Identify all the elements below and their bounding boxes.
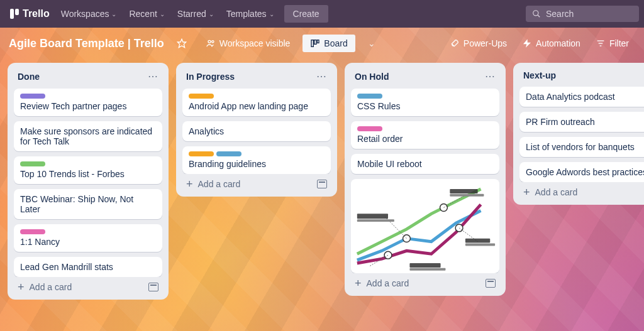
list-menu-button[interactable]: ⋯ (316, 70, 327, 82)
card[interactable]: CSS Rules (351, 89, 499, 116)
label[interactable] (20, 161, 45, 166)
list-menu-button[interactable]: ⋯ (148, 70, 158, 82)
card[interactable]: Top 10 Trends list - Forbes (14, 156, 162, 184)
label[interactable] (357, 126, 382, 131)
list-header: In Progress⋯ (182, 69, 331, 89)
add-card-label: Add a card (198, 179, 241, 189)
card[interactable]: Make sure sponsors are indicated for Tec… (14, 121, 162, 151)
card[interactable]: 1:1 Nancy (14, 224, 162, 252)
svg-rect-22 (357, 219, 394, 222)
svg-point-4 (211, 41, 213, 43)
template-icon[interactable] (148, 283, 158, 291)
view-switcher[interactable]: ⌄ (362, 35, 382, 52)
plus-icon: + (355, 279, 362, 288)
card[interactable]: PR Firm outreach (519, 112, 644, 132)
nav-workspaces[interactable]: Workspaces⌄ (55, 5, 123, 23)
cards-container: Data Analytics podcastPR Firm outreachLi… (519, 87, 644, 182)
card[interactable]: Android App new landing page (182, 89, 331, 116)
card-title: Lead Gen Mandrill stats (20, 262, 156, 272)
svg-point-3 (208, 40, 211, 43)
search-icon (532, 9, 541, 18)
logo[interactable]: Trello (5, 8, 55, 19)
card[interactable]: TBC Webinar: Ship Now, Not Later (14, 189, 162, 219)
card[interactable]: Mobile UI reboot (351, 154, 499, 174)
label[interactable] (20, 94, 45, 99)
svg-rect-26 (465, 244, 495, 246)
svg-marker-2 (177, 39, 186, 47)
list-header: On Hold⋯ (351, 69, 499, 89)
board-title[interactable]: Agile Board Template | Trello (9, 37, 164, 50)
rocket-icon (450, 38, 460, 48)
list-title[interactable]: Done (18, 72, 40, 82)
card-title: Android App new landing page (189, 101, 325, 111)
app-name: Trello (23, 8, 50, 19)
card-title: List of vendors for banquets (526, 142, 644, 152)
board-lists: Done⋯Review Tech partner pagesMake sure … (0, 59, 644, 331)
card[interactable]: Analytics (182, 121, 331, 141)
card[interactable]: Branding guidelines (182, 146, 331, 174)
star-button[interactable] (170, 35, 193, 52)
add-card-button[interactable]: +Add a card (519, 182, 644, 198)
board-view-button[interactable]: Board (303, 35, 355, 52)
add-card-button[interactable]: +Add a card (351, 273, 499, 290)
cards-container: Android App new landing pageAnalyticsBra… (182, 89, 331, 174)
card-title: Analytics (189, 126, 325, 136)
card[interactable]: List of vendors for banquets (519, 137, 644, 157)
template-icon[interactable] (486, 279, 496, 288)
card-labels (357, 94, 493, 99)
card-title: 1:1 Nancy (20, 237, 156, 247)
board-header: Agile Board Template | Trello Workspace … (0, 28, 644, 59)
card[interactable]: Retail order (351, 121, 499, 149)
card[interactable]: Review Tech partner pages (14, 89, 162, 116)
svg-line-1 (538, 15, 540, 18)
template-icon[interactable] (317, 180, 327, 188)
card[interactable]: Lead Gen Mandrill stats (14, 257, 162, 277)
list-title[interactable]: Next-up (523, 70, 556, 80)
plus-icon: + (18, 283, 25, 291)
card-title: CSS Rules (357, 101, 493, 111)
plus-icon: + (523, 188, 530, 197)
add-card-button[interactable]: +Add a card (182, 174, 331, 190)
label[interactable] (20, 229, 45, 234)
board-icon (310, 38, 320, 48)
automation-button[interactable]: Automation (516, 35, 587, 52)
label[interactable] (189, 94, 214, 99)
nav-recent[interactable]: Recent⌄ (123, 5, 170, 23)
visibility-button[interactable]: Workspace visible (199, 35, 297, 52)
card-title: Branding guidelines (189, 159, 325, 169)
create-button[interactable]: Create (284, 5, 328, 23)
search-input[interactable]: Search (526, 6, 639, 22)
powerups-button[interactable]: Power-Ups (443, 35, 513, 52)
card-labels (20, 161, 156, 166)
card-with-cover[interactable] (351, 179, 499, 273)
list-title[interactable]: On Hold (355, 72, 389, 82)
label[interactable] (357, 94, 382, 99)
svg-rect-27 (409, 263, 440, 268)
label[interactable] (189, 151, 214, 156)
label[interactable] (216, 151, 242, 156)
svg-rect-28 (409, 268, 445, 271)
nav-starred[interactable]: Starred⌄ (171, 5, 220, 23)
chart-cover-image (351, 179, 499, 273)
card[interactable]: Data Analytics podcast (519, 87, 644, 107)
card-title: Mobile UI reboot (357, 159, 493, 169)
list: On Hold⋯CSS RulesRetail orderMobile UI r… (345, 63, 506, 296)
svg-point-0 (533, 11, 538, 16)
nav-templates[interactable]: Templates⌄ (220, 5, 280, 23)
list: In Progress⋯Android App new landing page… (176, 63, 337, 197)
card-title: Review Tech partner pages (20, 101, 156, 111)
people-icon (206, 38, 216, 48)
list-title[interactable]: In Progress (186, 72, 235, 82)
list-header: Done⋯ (14, 69, 162, 89)
card-title: Top 10 Trends list - Forbes (20, 169, 156, 179)
card-labels (20, 229, 156, 234)
svg-rect-7 (318, 40, 319, 43)
filter-button[interactable]: Filter (589, 35, 635, 52)
chevron-down-icon: ⌄ (160, 11, 165, 18)
add-card-button[interactable]: +Add a card (14, 277, 162, 293)
list-menu-button[interactable]: ⋯ (485, 70, 496, 82)
card-title: PR Firm outreach (526, 117, 644, 127)
card-title: Make sure sponsors are indicated for Tec… (20, 126, 156, 146)
card-labels (189, 151, 325, 156)
card[interactable]: Google Adwords best practices (519, 162, 644, 182)
